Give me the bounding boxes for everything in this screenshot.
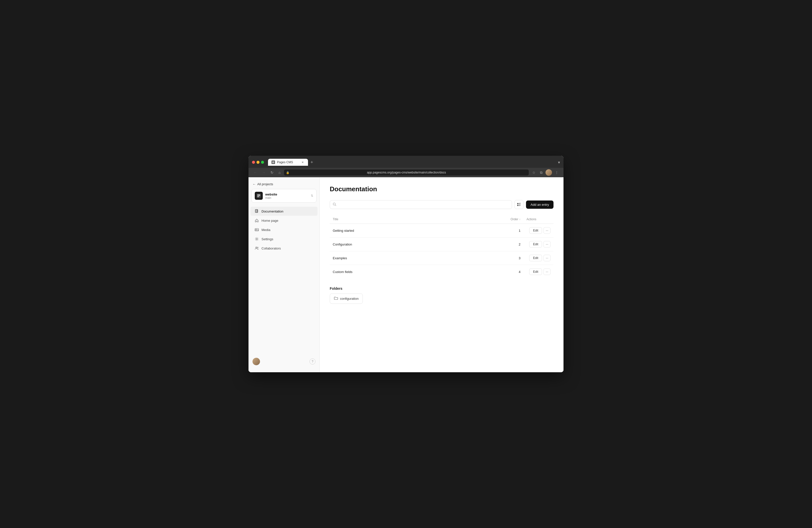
new-tab-btn[interactable]: + xyxy=(309,160,315,165)
svg-rect-22 xyxy=(519,204,520,204)
sidebar-item-settings[interactable]: Settings xyxy=(250,235,318,244)
chevron-up-down-icon: ⇅ xyxy=(311,194,313,197)
svg-rect-25 xyxy=(519,205,520,206)
entry-actions: Edit ··· xyxy=(523,265,553,279)
table-row: Getting started 1 Edit ··· xyxy=(330,224,553,237)
svg-rect-20 xyxy=(517,203,519,204)
sidebar-item-media[interactable]: Media xyxy=(250,225,318,234)
table-body: Getting started 1 Edit ··· Configuration… xyxy=(330,224,553,279)
folder-icon xyxy=(334,296,338,301)
view-toggle-btn[interactable] xyxy=(514,200,523,209)
project-info: website main xyxy=(265,192,308,199)
active-tab[interactable]: Pages CMS ✕ xyxy=(268,159,308,166)
svg-rect-1 xyxy=(273,162,274,162)
back-btn[interactable]: ← xyxy=(252,170,259,176)
address-bar[interactable] xyxy=(284,170,529,176)
back-arrow-icon: ← xyxy=(252,182,256,186)
more-btn-row4[interactable]: ··· xyxy=(543,268,551,275)
edit-btn-row3[interactable]: Edit xyxy=(529,255,542,261)
browser-chrome: Pages CMS ✕ + ▾ ← → ↻ ⌂ 🔒 ☆ ⧉ xyxy=(248,156,564,177)
entry-actions: Edit ··· xyxy=(523,251,553,265)
bookmark-btn[interactable]: ☆ xyxy=(531,170,537,176)
lock-icon: 🔒 xyxy=(286,171,290,174)
col-order-header: Order ↑ xyxy=(493,215,523,224)
tab-bar: Pages CMS ✕ + xyxy=(268,159,556,166)
entry-title: Getting started xyxy=(330,224,493,237)
reload-btn[interactable]: ↻ xyxy=(269,170,275,176)
svg-rect-7 xyxy=(257,196,259,197)
entry-order: 1 xyxy=(493,224,523,237)
forward-btn[interactable]: → xyxy=(261,170,267,176)
address-bar-wrapper: 🔒 xyxy=(284,170,529,176)
table-row: Examples 3 Edit ··· xyxy=(330,251,553,265)
col-actions-header: Actions xyxy=(523,215,553,224)
table-row: Custom fields 4 Edit ··· xyxy=(330,265,553,279)
traffic-lights xyxy=(252,161,264,164)
minimize-window-btn[interactable] xyxy=(257,161,260,164)
settings-icon xyxy=(255,237,259,241)
col-title-header: Title xyxy=(330,215,493,224)
sidebar-item-documentation[interactable]: Documentation xyxy=(250,207,318,216)
browser-toolbar: ← → ↻ ⌂ 🔒 ☆ ⧉ ⋮ xyxy=(248,168,564,177)
profile-btn[interactable] xyxy=(546,169,552,176)
table-header: Title Order ↑ Actions xyxy=(330,215,553,224)
toolbar-right: ☆ ⧉ ⋮ xyxy=(531,169,560,176)
svg-point-16 xyxy=(256,247,257,248)
window-controls: ▾ xyxy=(558,160,560,165)
search-icon xyxy=(333,203,336,207)
sidebar-item-documentation-label: Documentation xyxy=(261,209,283,213)
add-entry-btn[interactable]: Add an entry xyxy=(526,201,553,209)
entry-order: 2 xyxy=(493,237,523,251)
back-label: All projects xyxy=(257,182,273,186)
search-input[interactable] xyxy=(330,200,512,209)
sidebar-item-collaborators-label: Collaborators xyxy=(261,247,281,250)
sidebar-item-collaborators[interactable]: Collaborators xyxy=(250,244,318,253)
svg-point-17 xyxy=(257,247,258,248)
sidebar-item-media-label: Media xyxy=(261,228,270,232)
sidebar-item-settings-label: Settings xyxy=(261,237,273,241)
help-btn[interactable]: ? xyxy=(309,358,316,365)
menu-btn[interactable]: ⋮ xyxy=(553,170,560,176)
entries-table: Title Order ↑ Actions Getting started xyxy=(330,215,553,279)
more-btn-row1[interactable]: ··· xyxy=(543,227,551,234)
entry-title: Configuration xyxy=(330,237,493,251)
svg-rect-3 xyxy=(273,163,274,163)
back-to-projects-link[interactable]: ← All projects xyxy=(248,181,319,189)
sidebar-footer: ? xyxy=(248,355,319,368)
folder-item[interactable]: configuration xyxy=(330,293,363,304)
home-page-icon xyxy=(255,218,259,223)
edit-btn-row4[interactable]: Edit xyxy=(529,268,542,275)
tab-favicon xyxy=(272,161,275,164)
content-toolbar: Add an entry xyxy=(330,200,553,209)
entry-actions: Edit ··· xyxy=(523,224,553,237)
svg-point-14 xyxy=(256,229,257,230)
media-icon xyxy=(255,228,259,232)
documentation-icon xyxy=(255,209,259,214)
svg-rect-24 xyxy=(519,205,521,205)
user-avatar[interactable] xyxy=(252,358,260,365)
project-selector[interactable]: website main ⇅ xyxy=(251,189,317,203)
home-btn[interactable]: ⌂ xyxy=(277,170,282,176)
more-btn-row3[interactable]: ··· xyxy=(543,255,551,261)
close-window-btn[interactable] xyxy=(252,161,255,164)
edit-btn-row2[interactable]: Edit xyxy=(529,241,542,248)
sidebar-item-homepage[interactable]: Home page xyxy=(250,216,318,225)
project-branch: main xyxy=(265,196,308,199)
entry-order: 3 xyxy=(493,251,523,265)
collaborators-icon xyxy=(255,246,259,250)
entry-title: Custom fields xyxy=(330,265,493,279)
edit-btn-row1[interactable]: Edit xyxy=(529,227,542,234)
maximize-window-btn[interactable] xyxy=(261,161,264,164)
extensions-btn[interactable]: ⧉ xyxy=(538,170,544,176)
project-icon xyxy=(255,192,263,200)
project-name: website xyxy=(265,192,308,196)
tab-close-btn[interactable]: ✕ xyxy=(301,160,304,164)
table-row: Configuration 2 Edit ··· xyxy=(330,237,553,251)
entry-title: Examples xyxy=(330,251,493,265)
svg-rect-21 xyxy=(519,203,521,204)
app-layout: ← All projects website main ⇅ Doc xyxy=(248,177,564,372)
tab-label: Pages CMS xyxy=(277,161,293,164)
titlebar: Pages CMS ✕ + ▾ xyxy=(248,156,564,168)
more-btn-row2[interactable]: ··· xyxy=(543,241,551,248)
main-content: Documentation Add an entry Title xyxy=(320,177,564,372)
